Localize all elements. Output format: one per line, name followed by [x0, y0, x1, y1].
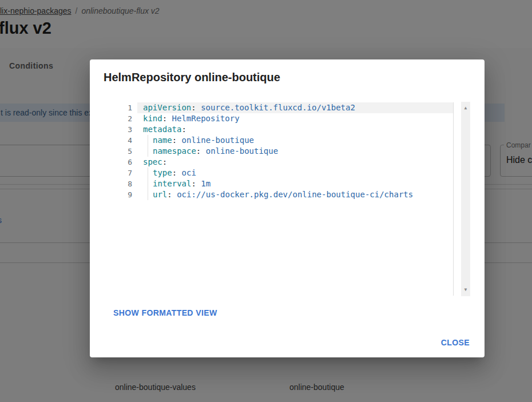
editor-gutter: 123456789	[118, 102, 137, 200]
screen: lix-nephio-packages/onlineboutique-flux …	[0, 0, 532, 402]
close-button[interactable]: CLOSE	[441, 338, 470, 347]
code-line: url: oci://us-docker.pkg.dev/online-bout…	[137, 189, 453, 200]
code-line: kind: HelmRepository	[137, 113, 453, 124]
code-line: metadata:	[137, 124, 453, 135]
show-formatted-view-button[interactable]: SHOW FORMATTED VIEW	[113, 308, 217, 317]
line-number: 9	[118, 189, 137, 200]
line-number: 4	[118, 135, 137, 146]
code-line: namespace: online-boutique	[137, 146, 453, 157]
line-number: 7	[118, 168, 137, 178]
line-number: 1	[118, 102, 137, 113]
scroll-up-icon[interactable]: ▲	[461, 105, 470, 112]
code-line: name: online-boutique	[137, 135, 453, 146]
line-number: 6	[118, 157, 137, 168]
yaml-editor[interactable]: 123456789 apiVersion: source.toolkit.flu…	[118, 102, 470, 296]
line-number: 8	[118, 178, 137, 189]
editor-scrollbar[interactable]: ▲ ▼	[461, 102, 470, 296]
dialog-title: HelmRepository online-boutique	[104, 71, 280, 84]
editor-code: apiVersion: source.toolkit.fluxcd.io/v1b…	[137, 102, 454, 296]
line-number: 5	[118, 146, 137, 157]
helmrepository-dialog: HelmRepository online-boutique 123456789…	[90, 59, 485, 357]
code-line: interval: 1m	[137, 178, 453, 189]
code-line: spec:	[137, 157, 453, 168]
code-line: apiVersion: source.toolkit.fluxcd.io/v1b…	[137, 102, 453, 113]
scroll-down-icon[interactable]: ▼	[461, 286, 470, 293]
line-number: 3	[118, 124, 137, 135]
code-line: type: oci	[137, 168, 453, 178]
line-number: 2	[118, 113, 137, 124]
